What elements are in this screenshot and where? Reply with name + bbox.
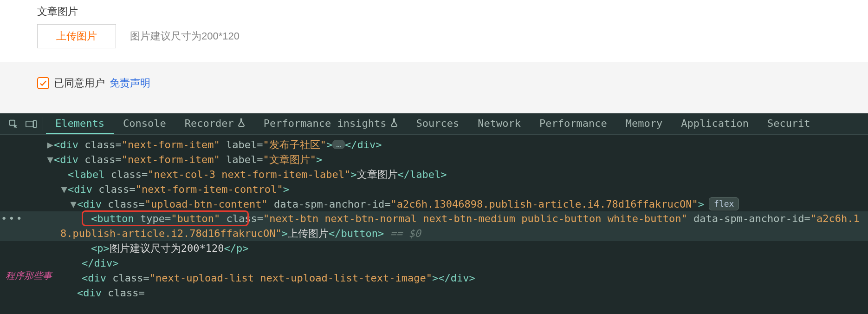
tab-label: Performance bbox=[539, 118, 607, 129]
tab-label: Recorder bbox=[185, 118, 234, 129]
devtools-tabs: ElementsConsoleRecorderPerformance insig… bbox=[46, 113, 820, 134]
devtools-tab-network[interactable]: Network bbox=[468, 113, 530, 134]
devtools-panel: ElementsConsoleRecorderPerformance insig… bbox=[0, 113, 868, 314]
tab-label: Elements bbox=[55, 118, 104, 129]
devtools-tab-console[interactable]: Console bbox=[114, 113, 175, 134]
dom-tree-line[interactable]: 8.publish-article.i2.78d16ffakrucON">上传图… bbox=[0, 226, 868, 241]
flask-icon bbox=[390, 118, 398, 129]
devtools-tab-performance-insights[interactable]: Performance insights bbox=[254, 113, 407, 134]
device-toolbar-icon[interactable] bbox=[22, 113, 40, 134]
disclaimer-link[interactable]: 免责声明 bbox=[110, 76, 150, 90]
flask-icon bbox=[238, 118, 245, 129]
devtools-tab-securit[interactable]: Securit bbox=[758, 113, 820, 134]
tab-label: Sources bbox=[416, 118, 460, 129]
devtools-toolbar: ElementsConsoleRecorderPerformance insig… bbox=[0, 113, 868, 135]
devtools-tab-elements[interactable]: Elements bbox=[46, 113, 114, 134]
expand-arrow-icon[interactable]: ▼ bbox=[46, 152, 54, 167]
more-actions-icon[interactable]: ••• bbox=[1, 211, 24, 226]
page-content: 文章图片 上传图片 图片建议尺寸为200*120 bbox=[0, 0, 868, 62]
tab-label: Network bbox=[478, 118, 521, 129]
elements-tree[interactable]: ▶<div class="next-form-item" label="发布子社… bbox=[0, 135, 868, 314]
agreement-prefix: 已同意用户 bbox=[54, 76, 105, 90]
dom-tree-line[interactable]: ▼<div class="next-form-item" label="文章图片… bbox=[0, 152, 868, 167]
svg-rect-2 bbox=[33, 120, 36, 127]
expand-arrow-icon[interactable]: ▼ bbox=[70, 197, 77, 212]
toolbar-divider bbox=[43, 117, 43, 131]
form-label-article-image: 文章图片 bbox=[37, 5, 831, 19]
form-item-article-image: 文章图片 上传图片 图片建议尺寸为200*120 bbox=[37, 5, 831, 48]
expand-arrow-icon[interactable]: ▶ bbox=[46, 137, 54, 152]
devtools-tab-sources[interactable]: Sources bbox=[407, 113, 469, 134]
dom-tree-line[interactable]: </div> bbox=[0, 256, 868, 271]
watermark-text: 程序那些事 bbox=[6, 269, 52, 282]
check-icon bbox=[39, 79, 47, 87]
tab-label: Performance insights bbox=[264, 118, 387, 129]
agreement-row: 已同意用户 免责声明 bbox=[0, 62, 868, 109]
collapsed-ellipsis-icon[interactable]: … bbox=[332, 140, 345, 149]
upload-hint-text: 图片建议尺寸为200*120 bbox=[130, 29, 240, 43]
inspect-element-icon[interactable] bbox=[5, 113, 22, 134]
dom-tree-line[interactable]: ▼<div class="upload-btn-content" data-sp… bbox=[0, 197, 868, 212]
upload-row: 上传图片 图片建议尺寸为200*120 bbox=[37, 24, 831, 48]
tab-label: Console bbox=[123, 118, 166, 129]
tab-label: Securit bbox=[767, 118, 810, 129]
expand-arrow-icon[interactable]: ▼ bbox=[60, 182, 68, 197]
upload-image-button[interactable]: 上传图片 bbox=[37, 24, 116, 48]
devtools-tab-application[interactable]: Application bbox=[672, 113, 758, 134]
devtools-tab-performance[interactable]: Performance bbox=[530, 113, 616, 134]
dom-tree-line[interactable]: <label class="next-col-3 next-form-item-… bbox=[0, 167, 868, 182]
flex-badge[interactable]: flex bbox=[709, 197, 739, 210]
dom-tree-line[interactable]: •••<button type="button" class="next-btn… bbox=[0, 211, 868, 226]
dom-tree-line[interactable]: <p>图片建议尺寸为200*120</p> bbox=[0, 241, 868, 256]
devtools-tab-recorder[interactable]: Recorder bbox=[175, 113, 254, 134]
dom-tree-line[interactable]: <div class="next-upload-list next-upload… bbox=[0, 271, 868, 286]
dom-tree-line[interactable]: <div class= bbox=[0, 286, 868, 301]
svg-rect-1 bbox=[26, 121, 33, 127]
dom-tree-line[interactable]: ▼<div class="next-form-item-control"> bbox=[0, 182, 868, 197]
agreement-checkbox[interactable] bbox=[37, 77, 49, 89]
devtools-tab-memory[interactable]: Memory bbox=[616, 113, 672, 134]
tab-label: Application bbox=[681, 118, 749, 129]
dom-tree-line[interactable]: ▶<div class="next-form-item" label="发布子社… bbox=[0, 137, 868, 152]
tab-label: Memory bbox=[626, 118, 662, 129]
